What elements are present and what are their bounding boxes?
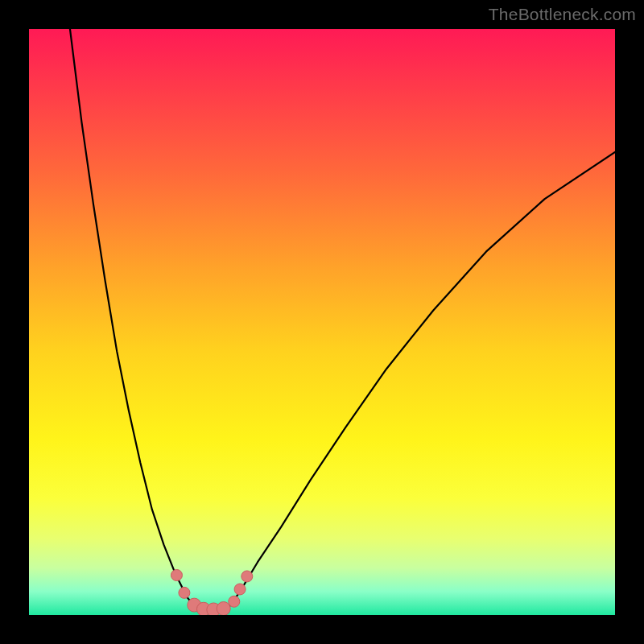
data-marker	[179, 587, 190, 598]
data-marker	[242, 571, 253, 582]
curve-group	[70, 29, 615, 611]
curve-svg	[29, 29, 615, 615]
bottleneck-curve	[70, 29, 615, 611]
data-marker	[234, 584, 246, 595]
data-marker	[217, 601, 230, 615]
marker-group	[171, 570, 252, 616]
data-marker	[171, 570, 182, 581]
chart-frame: TheBottleneck.com	[0, 0, 644, 644]
data-marker	[229, 596, 240, 607]
watermark-text: TheBottleneck.com	[489, 5, 636, 24]
plot-area	[29, 29, 615, 615]
